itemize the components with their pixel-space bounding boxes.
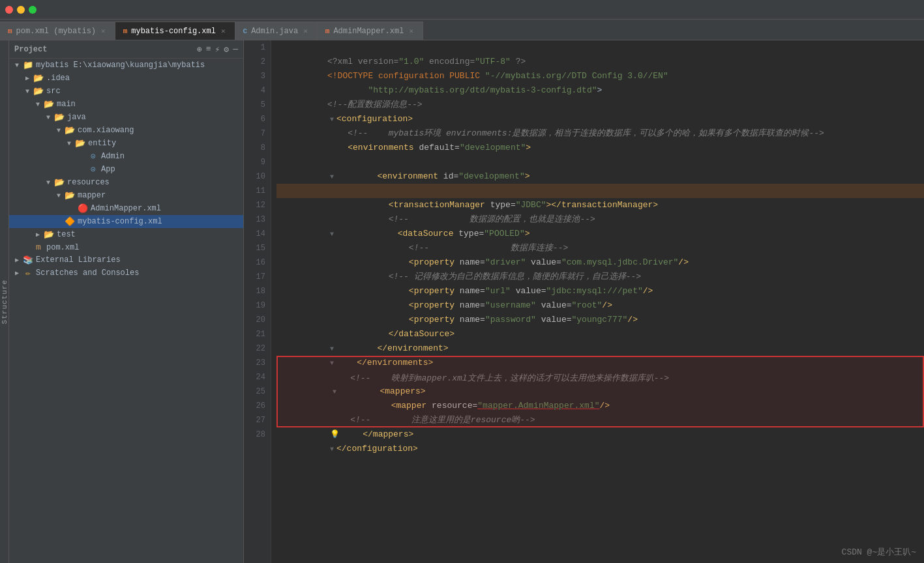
- tree-label-java: java: [67, 113, 86, 122]
- code-line-16: <!-- 记得修改为自己的数据库信息，随便的库就行，自己选择-->: [276, 255, 924, 270]
- pom-xml-icon: m: [33, 242, 44, 252]
- maximize-button[interactable]: [29, 6, 37, 14]
- admin-mapper-tab-icon: m: [325, 27, 330, 35]
- tree-item-test[interactable]: ▶ 📂 test: [9, 228, 243, 241]
- tree-icon-minus[interactable]: —: [233, 44, 238, 55]
- arrow-mybatis: ▼: [12, 62, 22, 69]
- code-line-4: <!--配置数据源信息-->: [276, 83, 924, 98]
- code-line-19: <property name="password" value="youngc7…: [276, 298, 924, 313]
- arrow-idea: ▶: [22, 74, 33, 82]
- entity-folder-icon: 📂: [74, 138, 86, 149]
- resources-folder-icon: 📂: [53, 177, 65, 188]
- tree-item-mybatis-config-xml[interactable]: 🔶 mybatis-config.xml: [9, 215, 243, 228]
- extlib-icon: 📚: [22, 255, 34, 265]
- tree-item-admin-mapper-xml[interactable]: 🔴 AdminMapper.xml: [9, 202, 243, 215]
- line-num-23: 23: [244, 356, 271, 370]
- arrow-main: ▼: [33, 101, 43, 108]
- tree-item-entity[interactable]: ▼ 📂 entity: [9, 137, 243, 150]
- code-line-15: <property name="driver" value="com.mysql…: [276, 241, 924, 255]
- tree-label-extlib: External Libraries: [36, 255, 121, 265]
- line-num-1: 1: [244, 40, 271, 55]
- tree-label-entity: entity: [88, 139, 116, 148]
- minimize-button[interactable]: [17, 6, 25, 14]
- tab-pom-close[interactable]: ✕: [100, 25, 107, 36]
- code-line-3: "http://mybatis.org/dtd/mybatis-3-config…: [276, 69, 924, 83]
- code-line-22: ▼ </environments>: [276, 341, 924, 356]
- tab-mybatis-close[interactable]: ✕: [220, 25, 227, 36]
- tree-item-src[interactable]: ▼ 📂 src: [9, 85, 243, 98]
- structure-sidebar[interactable]: Structure: [0, 40, 9, 563]
- line-num-24: 24: [244, 370, 271, 384]
- tree-item-resources[interactable]: ▼ 📂 resources: [9, 176, 243, 189]
- watermark: CSDN @~是小王叭~: [842, 546, 916, 558]
- line-num-21: 21: [244, 327, 271, 341]
- tree-label-main: main: [57, 100, 76, 109]
- tree-label-mybatis-config: mybatis-config.xml: [78, 217, 162, 226]
- tree-icon-gear[interactable]: ⚙: [224, 44, 229, 55]
- title-bar: [0, 0, 924, 20]
- code-line-14: <!-- 数据库连接-->: [276, 227, 924, 241]
- code-editor[interactable]: 1 2 3 4 5 6 7 8 9 10 11 12 13 14 15 16 1…: [244, 40, 924, 563]
- line-num-5: 5: [244, 98, 271, 112]
- structure-label: Structure: [1, 280, 8, 324]
- close-button[interactable]: [5, 6, 13, 14]
- tree-item-admin[interactable]: ⊙ Admin: [9, 150, 243, 163]
- file-tree[interactable]: Project ⊕ ≡ ⚡ ⚙ — ▼ 📁 mybatis E:\xiaowan…: [9, 40, 244, 563]
- tree-item-scratches[interactable]: ▶ ✏ Scratches and Consoles: [9, 267, 243, 280]
- code-line-1: <?xml version="1.0" encoding="UTF-8" ?>: [276, 40, 924, 55]
- tab-admin-java-label: Admin.java: [251, 27, 298, 36]
- tree-label-pom: pom.xml: [46, 243, 79, 252]
- code-line-18: <property name="username" value="root"/>: [276, 284, 924, 298]
- tab-admin-mapper-label: AdminMapper.xml: [333, 27, 404, 36]
- code-line-25: <mapper resource="mapper.AdminMapper.xml…: [276, 384, 924, 399]
- com-xiaowang-icon: 📂: [64, 125, 76, 136]
- line-num-27: 27: [244, 413, 271, 427]
- folder-icon-mybatis: 📁: [22, 60, 34, 70]
- arrow-mapper: ▼: [53, 192, 64, 199]
- tab-admin-java-close[interactable]: ✕: [302, 25, 309, 36]
- pom-tab-icon: m: [8, 27, 12, 35]
- tree-icon-add[interactable]: ⊕: [197, 44, 202, 55]
- tree-item-mapper[interactable]: ▼ 📂 mapper: [9, 189, 243, 202]
- code-line-11: <transactionManager type="JDBC"></transa…: [276, 184, 924, 198]
- tab-admin-java[interactable]: C Admin.java ✕: [235, 22, 318, 40]
- tree-item-java[interactable]: ▼ 📂 java: [9, 111, 243, 124]
- tag-config-close: </configuration>: [336, 444, 418, 454]
- line-num-26: 26: [244, 399, 271, 413]
- tree-label-resources: resources: [67, 178, 110, 187]
- tree-item-pom-xml[interactable]: m pom.xml: [9, 241, 243, 253]
- tab-admin-mapper-close[interactable]: ✕: [408, 25, 415, 36]
- tree-icon-list[interactable]: ≡: [206, 44, 211, 55]
- code-line-26: <!-- 注意这里用的是resource哟-->: [276, 399, 924, 413]
- tree-icon-flash[interactable]: ⚡: [215, 44, 220, 55]
- tree-item-external-libraries[interactable]: ▶ 📚 External Libraries: [9, 253, 243, 267]
- line-num-14: 14: [244, 227, 271, 241]
- line-num-11: 11: [244, 184, 271, 198]
- arrow-resources: ▼: [43, 179, 53, 186]
- line-num-7: 7: [244, 126, 271, 141]
- tree-header-icons: ⊕ ≡ ⚡ ⚙ —: [197, 44, 238, 55]
- tree-item-com-xiaowang[interactable]: ▼ 📂 com.xiaowang: [9, 124, 243, 137]
- tab-admin-mapper[interactable]: m AdminMapper.xml ✕: [318, 22, 423, 40]
- main-layout: Structure Project ⊕ ≡ ⚡ ⚙ — ▼ 📁 mybatis …: [0, 40, 924, 563]
- tree-item-main[interactable]: ▼ 📂 main: [9, 98, 243, 111]
- tree-item-mybatis-root[interactable]: ▼ 📁 mybatis E:\xiaowang\kuangjia\mybatis: [9, 59, 243, 72]
- code-line-27: 💡 </mappers>: [276, 413, 924, 427]
- code-line-10: <!-- 事务管理方式-->: [276, 169, 924, 184]
- line-num-16: 16: [244, 255, 271, 270]
- code-line-2: <!DOCTYPE configuration PUBLIC "-//mybat…: [276, 55, 924, 69]
- main-folder-icon: 📂: [43, 99, 55, 109]
- tree-label-admin-mapper-xml: AdminMapper.xml: [91, 204, 161, 213]
- fold-arrow-28[interactable]: ▼: [327, 442, 336, 457]
- arrow-entity: ▼: [64, 140, 74, 147]
- arrow-src: ▼: [22, 88, 33, 95]
- code-lines-container: <?xml version="1.0" encoding="UTF-8" ?> …: [271, 40, 924, 563]
- tab-bar: m pom.xml (mybatis) ✕ m mybatis-config.x…: [0, 20, 924, 40]
- tab-mybatis-config[interactable]: m mybatis-config.xml ✕: [115, 22, 235, 40]
- tab-pom[interactable]: m pom.xml (mybatis) ✕: [0, 22, 115, 40]
- tree-item-app[interactable]: ⊙ App: [9, 163, 243, 176]
- admin-mapper-xml-icon: 🔴: [77, 203, 89, 214]
- tree-item-idea[interactable]: ▶ 📂 .idea: [9, 72, 243, 85]
- code-line-8: [276, 141, 924, 155]
- window-controls[interactable]: [5, 6, 37, 14]
